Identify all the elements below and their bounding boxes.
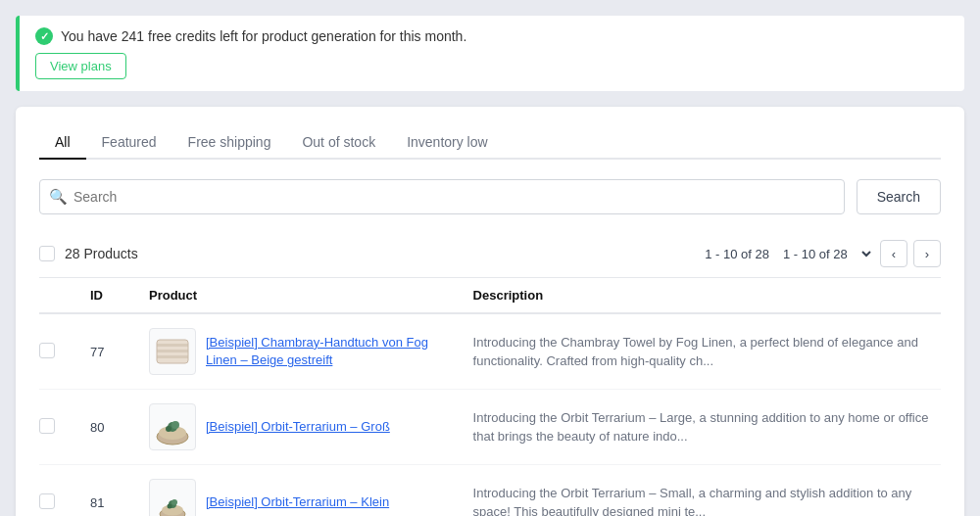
pagination-text: 1 - 10 of 28: [705, 247, 769, 261]
svg-point-8: [172, 421, 179, 429]
filter-tabs: All Featured Free shipping Out of stock …: [39, 126, 941, 160]
row-product: [Beispiel] Chambray-Handtuch von Fog Lin…: [137, 313, 462, 390]
pagination-row: 1 - 10 of 28 1 - 10 of 28 11 - 20 of 28 …: [705, 240, 941, 267]
col-product-header: Product: [137, 278, 462, 313]
col-description-header: Description: [462, 278, 941, 313]
select-all-checkbox[interactable]: [39, 246, 55, 261]
product-thumbnail: [149, 403, 196, 450]
search-input[interactable]: [39, 179, 845, 214]
svg-point-7: [166, 426, 172, 432]
tab-free-shipping[interactable]: Free shipping: [172, 126, 287, 160]
row-id: 77: [78, 313, 137, 390]
row-checkbox[interactable]: [39, 493, 55, 509]
tab-all[interactable]: All: [39, 126, 86, 160]
row-id: 81: [78, 465, 137, 517]
search-row: 🔍 Search: [39, 179, 941, 214]
tab-featured[interactable]: Featured: [86, 126, 172, 160]
table-header-row: ID Product Description: [39, 278, 941, 313]
credits-banner: You have 241 free credits left for produ…: [16, 16, 964, 91]
product-name-link[interactable]: [Beispiel] Chambray-Handtuch von Fog Lin…: [206, 334, 450, 369]
table-row: 77 [Beispiel] Chambray-Handtuch von Fog …: [39, 313, 941, 390]
svg-point-13: [172, 499, 177, 505]
row-product: [Beispiel] Orbit-Terrarium – Groß: [137, 390, 462, 465]
svg-point-12: [168, 504, 172, 509]
col-id-header: ID: [78, 278, 137, 313]
product-thumbnail: [149, 328, 196, 375]
row-checkbox-cell: [39, 390, 78, 465]
row-description: Introducing the Orbit Terrarium – Small,…: [462, 465, 941, 517]
row-checkbox[interactable]: [39, 343, 55, 358]
main-card: All Featured Free shipping Out of stock …: [16, 107, 964, 516]
svg-rect-1: [157, 344, 188, 347]
product-name-link[interactable]: [Beispiel] Orbit-Terrarium – Groß: [206, 418, 390, 436]
row-description: Introducing the Orbit Terrarium – Large,…: [462, 390, 941, 465]
search-button[interactable]: Search: [857, 179, 941, 214]
row-description: Introducing the Chambray Towel by Fog Li…: [462, 313, 941, 390]
products-table: ID Product Description 77 [: [39, 278, 941, 516]
row-checkbox-cell: [39, 313, 78, 390]
row-product: [Beispiel] Orbit-Terrarium – Klein: [137, 465, 462, 517]
svg-rect-3: [157, 355, 188, 358]
banner-text: You have 241 free credits left for produ…: [61, 28, 466, 44]
col-checkbox: [39, 278, 78, 313]
products-header: 28 Products 1 - 10 of 28 1 - 10 of 28 11…: [39, 230, 941, 278]
row-checkbox-cell: [39, 465, 78, 517]
products-count: 28 Products: [65, 246, 138, 261]
table-row: 81 [Beispiel] Orbit-Terrarium – Klein In…: [39, 465, 941, 517]
tab-out-of-stock[interactable]: Out of stock: [286, 126, 391, 160]
view-plans-button[interactable]: View plans: [35, 53, 126, 79]
search-wrapper: 🔍: [39, 179, 845, 214]
check-icon: [35, 27, 53, 45]
pagination-dropdown[interactable]: 1 - 10 of 28 11 - 20 of 28 21 - 28 of 28: [775, 244, 874, 264]
tab-inventory-low[interactable]: Inventory low: [391, 126, 503, 160]
row-id: 80: [78, 390, 137, 465]
row-checkbox[interactable]: [39, 418, 55, 434]
svg-rect-2: [157, 350, 188, 352]
product-name-link[interactable]: [Beispiel] Orbit-Terrarium – Klein: [206, 493, 389, 511]
pagination-next-button[interactable]: ›: [913, 240, 941, 267]
pagination-prev-button[interactable]: ‹: [880, 240, 907, 267]
table-row: 80 [Beispiel] Orbit-Terrarium – Groß Int…: [39, 390, 941, 465]
product-thumbnail: [149, 479, 196, 516]
